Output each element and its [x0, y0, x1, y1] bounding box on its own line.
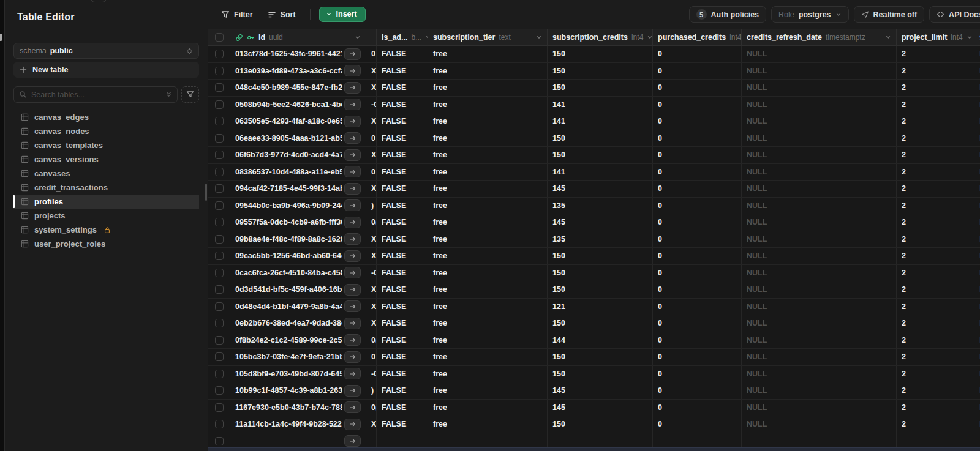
schema-select[interactable]: schema public: [13, 43, 199, 59]
chevron-down-icon[interactable]: [355, 34, 361, 40]
auth-policies-button[interactable]: 5 Auth policies: [689, 6, 766, 23]
cell-id: 105d8bf9-e703-49bd-807d-645e...: [230, 366, 366, 382]
expand-row-button[interactable]: [344, 217, 361, 228]
cell-project_limit: 2: [897, 130, 974, 147]
cell-clip: X: [366, 315, 377, 332]
row-checkbox[interactable]: [215, 386, 224, 395]
expand-row-button[interactable]: [344, 351, 361, 363]
row-checkbox[interactable]: [215, 134, 224, 143]
expand-row-button[interactable]: [344, 116, 361, 127]
column-header-is_admin[interactable]: is_ad...b...: [377, 29, 428, 45]
filter-button[interactable]: Filter: [216, 7, 258, 22]
row-checkbox[interactable]: [215, 403, 224, 412]
expand-row-button[interactable]: [344, 99, 361, 110]
api-docs-button[interactable]: API Docs: [929, 6, 980, 23]
expand-row-button[interactable]: [344, 419, 361, 430]
row-checkbox[interactable]: [215, 370, 224, 378]
column-header-clip[interactable]: [366, 29, 377, 45]
expand-row-button[interactable]: [344, 334, 361, 346]
chevron-down-icon[interactable]: [967, 34, 973, 40]
chevron-down-icon[interactable]: [536, 34, 542, 40]
expand-row-button[interactable]: [344, 166, 361, 177]
expand-row-button[interactable]: [344, 132, 361, 144]
expand-row-button[interactable]: [344, 82, 361, 94]
row-checkbox[interactable]: [215, 319, 224, 327]
sidebar-item-canvases[interactable]: canvases: [13, 166, 199, 181]
column-header-su[interactable]: su: [974, 29, 980, 45]
table-name-label: canvas_edges: [34, 113, 89, 122]
row-checkbox[interactable]: [215, 235, 224, 244]
row-checkbox[interactable]: [215, 151, 224, 159]
expand-row-button[interactable]: [344, 401, 361, 413]
column-header-subscription_credits[interactable]: subscription_creditsint4: [548, 29, 653, 45]
schema-value: public: [50, 47, 183, 55]
expand-row-button[interactable]: [344, 435, 361, 447]
expand-row-button[interactable]: [344, 149, 361, 161]
row-checkbox[interactable]: [215, 50, 224, 58]
sidebar-item-system_settings[interactable]: system_settings: [13, 223, 199, 237]
row-checkbox[interactable]: [215, 83, 224, 92]
cell-project_limit: 2: [897, 164, 974, 181]
cell-subscription_credits: 144: [548, 332, 653, 349]
expand-row-button[interactable]: [344, 48, 361, 60]
expand-row-button[interactable]: [344, 284, 361, 296]
cell-select: [208, 80, 230, 96]
sidebar-scrollbar-thumb[interactable]: [205, 184, 207, 201]
row-checkbox[interactable]: [215, 218, 224, 226]
expand-row-button[interactable]: [344, 300, 361, 312]
expand-row-button[interactable]: [344, 233, 361, 245]
expand-row-button[interactable]: [344, 183, 361, 195]
role-select-button[interactable]: Role postgres: [771, 6, 849, 23]
uuid-value: 0cac6fca-26cf-4510-84ba-c4580...: [235, 269, 342, 277]
row-checkbox[interactable]: [215, 117, 224, 125]
row-checkbox[interactable]: [215, 269, 224, 277]
row-checkbox[interactable]: [215, 168, 224, 176]
column-header-id[interactable]: iduuid: [230, 29, 366, 45]
insert-button[interactable]: Insert: [319, 7, 366, 22]
expand-row-button[interactable]: [344, 318, 361, 329]
expand-row-button[interactable]: [344, 385, 361, 397]
column-header-subscription_tier[interactable]: subscription_tiertext: [428, 29, 548, 45]
row-checkbox[interactable]: [215, 437, 224, 445]
cell-subscription_credits: 150: [548, 366, 653, 382]
sidebar-item-profiles[interactable]: profiles: [13, 195, 199, 209]
row-checkbox[interactable]: [215, 336, 224, 345]
chevron-down-icon[interactable]: [885, 34, 891, 40]
expand-row-button[interactable]: [344, 368, 361, 379]
new-table-button[interactable]: New table: [13, 62, 199, 78]
column-header-credits_refresh_date[interactable]: credits_refresh_datetimestamptz: [742, 29, 897, 45]
chevron-down-icon[interactable]: [647, 34, 653, 40]
row-checkbox[interactable]: [215, 352, 224, 361]
column-header-project_limit[interactable]: project_limitint4: [897, 29, 974, 45]
sidebar-item-canvas_versions[interactable]: canvas_versions: [13, 152, 199, 166]
expand-row-button[interactable]: [344, 267, 361, 278]
expand-row-button[interactable]: [344, 65, 361, 76]
cell-purchased_credits: 0: [653, 265, 742, 281]
chevron-down-icon: [835, 12, 842, 18]
row-checkbox[interactable]: [215, 302, 224, 311]
expand-row-button[interactable]: [344, 199, 361, 211]
cell-credits_refresh_date: NULL: [742, 248, 897, 264]
expand-row-button[interactable]: [344, 250, 361, 262]
row-checkbox[interactable]: [215, 285, 224, 294]
filter-tables-button[interactable]: [181, 86, 199, 103]
sidebar-item-credit_transactions[interactable]: credit_transactions: [13, 181, 199, 195]
row-checkbox[interactable]: [215, 184, 224, 193]
sidebar-item-projects[interactable]: projects: [13, 209, 199, 223]
horizontal-scrollbar[interactable]: [208, 447, 980, 451]
sidebar-item-user_project_roles[interactable]: user_project_roles: [13, 237, 199, 251]
table-row: 1167e930-e5b0-43b7-b74c-788c9...0(FALSEf…: [208, 400, 980, 417]
column-header-purchased_credits[interactable]: purchased_creditsint4: [653, 29, 742, 45]
sidebar-item-canvas_edges[interactable]: canvas_edges: [13, 110, 199, 124]
row-checkbox[interactable]: [215, 67, 224, 75]
row-checkbox[interactable]: [215, 201, 224, 210]
row-checkbox[interactable]: [215, 252, 224, 260]
row-checkbox[interactable]: [215, 420, 224, 428]
row-checkbox[interactable]: [215, 100, 224, 109]
select-all-checkbox[interactable]: [215, 33, 224, 42]
realtime-toggle-button[interactable]: Realtime off: [854, 6, 925, 23]
sidebar-item-canvas_templates[interactable]: canvas_templates: [13, 138, 199, 152]
search-tables-input[interactable]: [31, 91, 161, 99]
sort-button[interactable]: Sort: [262, 7, 301, 22]
sidebar-item-canvas_nodes[interactable]: canvas_nodes: [13, 124, 199, 138]
